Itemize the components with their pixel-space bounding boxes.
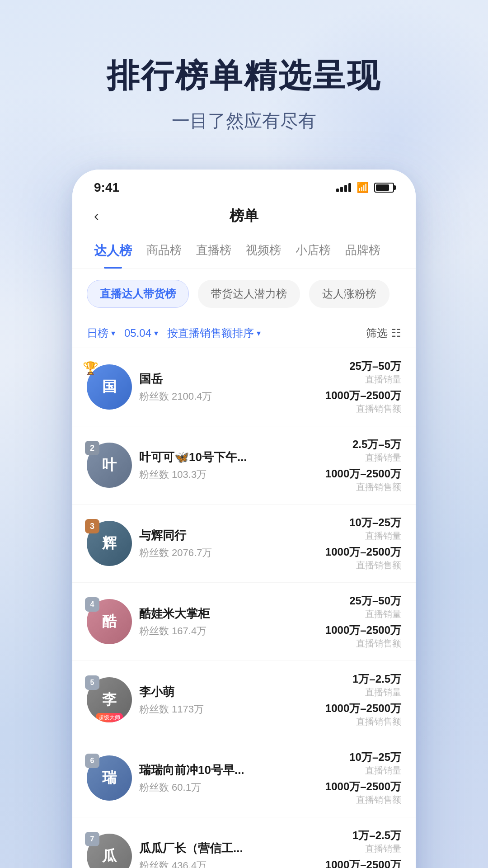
phone-wrapper: 9:41 📶 ‹ 榜单 达人榜 商品榜 直播榜 [72, 170, 416, 868]
list-item[interactable]: 🏆 国 国岳 粉丝数 2100.4万 25万–50万 直播销量 1000万–25… [72, 348, 416, 426]
tab-live[interactable]: 直播榜 [189, 233, 239, 269]
rank-badge-4: 4 [85, 597, 99, 612]
list-item[interactable]: 2 叶 叶可可🦋10号下午... 粉丝数 103.3万 2.5万–5万 直播销量… [72, 426, 416, 505]
filter-bar: 日榜 ▾ 05.04 ▾ 按直播销售额排序 ▾ 筛选 ☷ [72, 319, 416, 348]
item-stats: 25万–50万 直播销量 1000万–2500万 直播销售额 [325, 359, 401, 415]
status-bar: 9:41 📶 [72, 170, 416, 200]
filter-icon: ☷ [391, 327, 401, 340]
sales-amount: 1000万–2500万 [325, 779, 401, 794]
item-info: 酷娃米大掌柜 粉丝数 167.4万 [139, 606, 318, 638]
sales-amount-label: 直播销售额 [325, 481, 401, 493]
sales-volume-group: 1万–2.5万 直播销量 [352, 828, 401, 855]
list-item[interactable]: 6 瑞 瑞瑞向前冲10号早... 粉丝数 60.1万 10万–25万 直播销量 … [72, 739, 416, 817]
sales-volume-group: 25万–50万 直播销量 [349, 594, 401, 620]
item-info: 国岳 粉丝数 2100.4万 [139, 371, 318, 403]
list-container: 🏆 国 国岳 粉丝数 2100.4万 25万–50万 直播销量 1000万–25… [72, 348, 416, 868]
rank-avatar-wrapper: 🏆 国 [87, 364, 132, 410]
day-filter-chevron: ▾ [111, 328, 115, 338]
item-info: 李小萌 粉丝数 1173万 [139, 684, 318, 716]
sales-amount: 1000万–2500万 [325, 858, 401, 868]
sales-volume: 10万–25万 [349, 515, 401, 530]
hero-section: 排行榜单精选呈现 一目了然应有尽有 [0, 0, 488, 160]
item-name: 酷娃米大掌柜 [139, 606, 318, 622]
sales-volume: 1万–2.5万 [352, 672, 401, 686]
phone-mockup: 9:41 📶 ‹ 榜单 达人榜 商品榜 直播榜 [72, 170, 416, 868]
avatar-badge: 超级大师 [96, 713, 123, 722]
rank-badge-3: 3 [85, 519, 99, 533]
sales-volume-label: 直播销量 [349, 608, 401, 620]
list-item[interactable]: 5 李 超级大师 李小萌 粉丝数 1173万 1万–2.5万 直播销量 1000… [72, 661, 416, 739]
item-name: 叶可可🦋10号下午... [139, 449, 318, 465]
sales-volume-label: 直播销量 [349, 530, 401, 542]
sub-tabs: 直播达人带货榜 带货达人潜力榜 达人涨粉榜 [72, 269, 416, 319]
back-button[interactable]: ‹ [94, 208, 99, 224]
item-stats: 1万–2.5万 直播销量 1000万–2500万 直播销售额 [325, 672, 401, 728]
tab-talent[interactable]: 达人榜 [87, 233, 139, 269]
sales-amount-group: 1000万–2500万 直播销售额 [325, 779, 401, 806]
wifi-icon: 📶 [357, 182, 369, 193]
sales-amount: 1000万–2500万 [325, 467, 401, 481]
sales-volume: 25万–50万 [349, 594, 401, 608]
sort-filter-label: 按直播销售额排序 [167, 326, 254, 340]
sales-amount-group: 1000万–2500万 直播销售额 [325, 467, 401, 493]
battery-icon [374, 183, 394, 193]
item-name: 与辉同行 [139, 528, 318, 543]
item-fans: 粉丝数 2076.7万 [139, 546, 318, 560]
sales-amount-label: 直播销售额 [325, 794, 401, 806]
rank-avatar-wrapper: 4 酷 [87, 599, 132, 644]
nav-bar: ‹ 榜单 [72, 200, 416, 233]
status-time: 9:41 [94, 180, 119, 195]
rank-badge-1: 🏆 [83, 361, 98, 375]
rank-avatar-wrapper: 6 瑞 [87, 755, 132, 801]
sales-volume-label: 直播销量 [352, 843, 401, 855]
rank-badge-2: 2 [85, 441, 99, 455]
tab-video[interactable]: 视频榜 [239, 233, 288, 269]
sales-amount-label: 直播销售额 [325, 716, 401, 728]
sales-amount: 1000万–2500万 [325, 545, 401, 559]
list-item[interactable]: 7 瓜 瓜瓜厂长（营信工... 粉丝数 436.4万 1万–2.5万 直播销量 … [72, 817, 416, 868]
tab-product[interactable]: 商品榜 [139, 233, 189, 269]
sales-amount-label: 直播销售额 [325, 637, 401, 650]
sales-volume-group: 25万–50万 直播销量 [349, 359, 401, 386]
sales-volume-label: 直播销量 [352, 452, 401, 464]
item-name: 国岳 [139, 371, 318, 387]
screen-filter[interactable]: 筛选 ☷ [366, 326, 401, 340]
rank-avatar-wrapper: 3 辉 [87, 521, 132, 566]
sales-amount: 1000万–2500万 [325, 388, 401, 403]
list-item[interactable]: 3 辉 与辉同行 粉丝数 2076.7万 10万–25万 直播销量 1000万–… [72, 505, 416, 583]
sales-volume: 2.5万–5万 [352, 437, 401, 452]
day-filter-label: 日榜 [87, 326, 108, 340]
subtab-fans-growth[interactable]: 达人涨粉榜 [309, 280, 389, 308]
date-filter[interactable]: 05.04 ▾ [124, 327, 158, 340]
item-stats: 1万–2.5万 直播销量 1000万–2500万 直播销售额 [325, 828, 401, 868]
subtab-live-sales[interactable]: 直播达人带货榜 [87, 280, 189, 308]
subtab-potential[interactable]: 带货达人潜力榜 [198, 280, 300, 308]
item-fans: 粉丝数 103.3万 [139, 468, 318, 481]
item-info: 与辉同行 粉丝数 2076.7万 [139, 528, 318, 560]
main-tabs: 达人榜 商品榜 直播榜 视频榜 小店榜 品牌榜 [72, 233, 416, 269]
item-stats: 10万–25万 直播销量 1000万–2500万 直播销售额 [325, 515, 401, 571]
item-info: 叶可可🦋10号下午... 粉丝数 103.3万 [139, 449, 318, 481]
rank-badge-7: 7 [85, 832, 99, 846]
rank-avatar-wrapper: 7 瓜 [87, 834, 132, 868]
item-fans: 粉丝数 167.4万 [139, 624, 318, 638]
item-stats: 25万–50万 直播销量 1000万–2500万 直播销售额 [325, 594, 401, 650]
sales-amount-label: 直播销售额 [325, 559, 401, 571]
sales-volume-label: 直播销量 [349, 764, 401, 777]
rank-badge-6: 6 [85, 754, 99, 768]
list-item[interactable]: 4 酷 酷娃米大掌柜 粉丝数 167.4万 25万–50万 直播销量 1000万… [72, 583, 416, 661]
item-name: 李小萌 [139, 684, 318, 700]
day-filter[interactable]: 日榜 ▾ [87, 326, 115, 340]
sort-filter[interactable]: 按直播销售额排序 ▾ [167, 326, 261, 340]
item-info: 瓜瓜厂长（营信工... 粉丝数 436.4万 [139, 840, 318, 868]
sales-amount-group: 1000万–2500万 直播销售额 [325, 701, 401, 728]
tab-store[interactable]: 小店榜 [288, 233, 338, 269]
sales-amount: 1000万–2500万 [325, 623, 401, 637]
item-info: 瑞瑞向前冲10号早... 粉丝数 60.1万 [139, 762, 318, 794]
sales-amount-group: 1000万–2500万 直播销售额 [325, 858, 401, 868]
item-fans: 粉丝数 1173万 [139, 703, 318, 716]
hero-subtitle: 一目了然应有尽有 [18, 108, 470, 133]
sales-amount-group: 1000万–2500万 直播销售额 [325, 388, 401, 415]
nav-title: 榜单 [230, 206, 258, 226]
tab-brand[interactable]: 品牌榜 [338, 233, 388, 269]
